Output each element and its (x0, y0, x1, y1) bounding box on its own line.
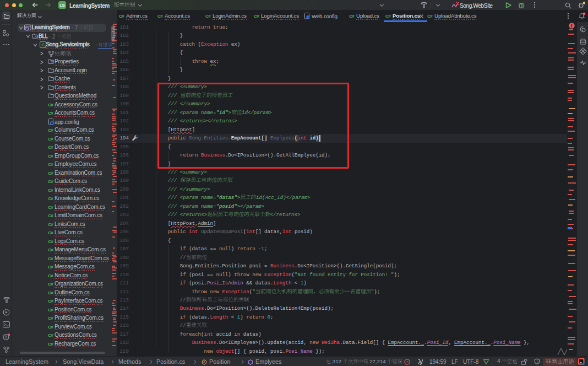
svg-text:C: C (41, 43, 44, 47)
